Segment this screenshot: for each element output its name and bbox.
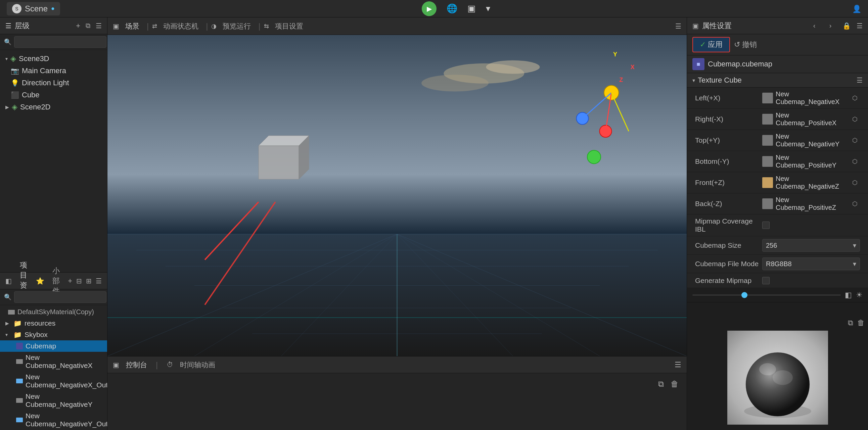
- main-layout: ☰ 层级 + ⧉ ☰ 🔍 ⧉ ▾ ◈ Scene3D 📷 Main Camera: [0, 18, 868, 430]
- texture-cube-section-header[interactable]: ▾ Texture Cube ☰: [687, 73, 868, 88]
- scene-tab-preview[interactable]: 预览运行: [219, 20, 255, 32]
- texture-link-btn-back[interactable]: ⬡: [850, 199, 860, 209]
- scene-tab-anim[interactable]: 动画状态机: [159, 20, 203, 32]
- preview-icon-1[interactable]: ◧: [845, 291, 852, 299]
- preview-slider[interactable]: [692, 294, 841, 296]
- project-search-input[interactable]: [14, 291, 106, 303]
- play-icon: ▶: [427, 5, 432, 13]
- console-delete-btn[interactable]: 🗑: [671, 379, 679, 389]
- hierarchy-add-btn[interactable]: +: [76, 22, 80, 30]
- hierarchy-search-bar: 🔍 ⧉: [0, 34, 107, 50]
- scene-more-btn[interactable]: ☰: [675, 22, 681, 30]
- monitor-button[interactable]: ▣: [467, 3, 476, 14]
- preview-icons-row: ⧉ 🗑: [687, 302, 868, 331]
- undo-button[interactable]: ↺ 撤销: [734, 40, 757, 50]
- texture-link-btn-top[interactable]: ⬡: [850, 135, 860, 145]
- tree-item-main-camera[interactable]: 📷 Main Camera: [0, 65, 107, 77]
- apply-button[interactable]: ✓ 应用: [692, 37, 730, 53]
- prop-row-back: Back(-Z) New Cubemap_PositiveZ ⬡: [687, 193, 868, 214]
- props-more-btn[interactable]: ☰: [857, 22, 863, 30]
- console-body: ⧉ 🗑: [107, 373, 687, 430]
- prop-select-cubemap-mode[interactable]: R8G8B8 ▾: [762, 258, 860, 270]
- console-tab-timeline[interactable]: 时间轴动画: [180, 360, 215, 370]
- scene-tab-settings[interactable]: 项目设置: [271, 20, 307, 32]
- scene-dot: ●: [51, 5, 55, 12]
- proj-item-negx-out[interactable]: New Cubemap_NegativeX_Out: [0, 371, 107, 391]
- prop-row-front: Front(+Z) New Cubemap_NegativeZ ⬡: [687, 172, 868, 193]
- tree-item-scene2d[interactable]: ▶ ◈ Scene2D: [0, 101, 107, 113]
- prop-checkbox-gen-mipmap[interactable]: [762, 277, 770, 284]
- project-grid-btn[interactable]: ⊞: [86, 277, 92, 285]
- proj-item-negy[interactable]: New Cubemap_NegativeY: [0, 391, 107, 410]
- icon-scene2d: ◈: [12, 103, 18, 111]
- cubemap-file-row: ■ Cubemap.cubemap: [687, 55, 868, 73]
- properties-header: ▣ 属性设置 ‹ › 🔒 ☰: [687, 18, 868, 34]
- gizmo-x-label: X: [630, 64, 634, 71]
- right-panel: ▣ 属性设置 ‹ › 🔒 ☰ ✓ 应用 ↺ 撤销 ■ Cubemap.cubem…: [687, 18, 868, 430]
- console-tab-console[interactable]: 控制台: [126, 360, 147, 370]
- prop-value-front: New Cubemap_NegativeZ ⬡: [762, 175, 860, 190]
- section-title-texture-cube: Texture Cube: [698, 76, 742, 85]
- texture-link-btn-front[interactable]: ⬡: [850, 177, 860, 188]
- icon-negy: [16, 398, 23, 403]
- texture-link-btn-bottom[interactable]: ⬡: [850, 157, 860, 166]
- svg-point-25: [587, 151, 601, 164]
- props-lock-btn[interactable]: 🔒: [840, 20, 852, 32]
- gizmo-y-label: Y: [613, 51, 617, 58]
- user-area[interactable]: [852, 4, 861, 13]
- more-button[interactable]: ▾: [486, 3, 490, 14]
- proj-item-skybox[interactable]: ▾ 📁 Skybox: [0, 329, 107, 340]
- section-more-btn[interactable]: ☰: [857, 76, 863, 84]
- icon-main-camera: 📷: [11, 67, 19, 75]
- timeline-icon: ⏱: [166, 361, 173, 369]
- icon-negx-out: [16, 378, 23, 383]
- project-add-btn[interactable]: +: [68, 276, 72, 285]
- console-more-btn[interactable]: ☰: [675, 361, 681, 369]
- hierarchy-copy-btn[interactable]: ⧉: [86, 22, 90, 30]
- label-cubemap: Cubemap: [26, 342, 56, 350]
- proj-item-negy-out[interactable]: New Cubemap_NegativeY_Out: [0, 410, 107, 430]
- console-toolbar: ▣ 控制台 | ⏱ 时间轴动画 ☰: [107, 357, 687, 373]
- globe-button[interactable]: 🌐: [446, 3, 457, 14]
- tree-item-scene3d[interactable]: ▾ ◈ Scene3D: [0, 53, 107, 65]
- hierarchy-more-btn[interactable]: ☰: [96, 22, 102, 30]
- prop-value-back: New Cubemap_PositiveZ ⬡: [762, 196, 860, 211]
- proj-item-cubemap[interactable]: Cubemap: [0, 340, 107, 352]
- project-filter-btn[interactable]: ⊟: [76, 277, 82, 285]
- scene-tab[interactable]: S Scene ●: [7, 2, 60, 15]
- texture-thumb-left: [762, 93, 773, 103]
- cubemap-filename: Cubemap.cubemap: [708, 60, 772, 68]
- svg-point-2: [486, 60, 540, 74]
- texture-link-btn-left[interactable]: ⬡: [850, 93, 860, 103]
- proj-item-resources[interactable]: ▶ 📁 resources: [0, 318, 107, 329]
- apply-bar: ✓ 应用 ↺ 撤销: [687, 34, 868, 55]
- props-nav-next[interactable]: ›: [824, 20, 836, 32]
- folder-icon-resources: 📁: [13, 319, 22, 327]
- preview-delete-icon[interactable]: 🗑: [857, 319, 865, 327]
- props-nav-prev[interactable]: ‹: [808, 20, 820, 32]
- tree-item-cube[interactable]: ⬛ Cube: [0, 89, 107, 101]
- cubemap-mode-value: R8G8B8: [766, 260, 792, 268]
- prop-value-gen-mipmap: [762, 277, 860, 284]
- proj-item-negx[interactable]: New Cubemap_NegativeX: [0, 352, 107, 371]
- prop-select-cubemap-size[interactable]: 256 ▾: [762, 239, 860, 252]
- scene-tab-scene[interactable]: 场景: [121, 20, 144, 32]
- preview-copy-icon[interactable]: ⧉: [848, 319, 853, 327]
- texture-link-btn-right[interactable]: ⬡: [850, 114, 860, 124]
- console-copy-btn[interactable]: ⧉: [658, 379, 664, 389]
- texture-name-front: New Cubemap_NegativeZ: [776, 175, 847, 190]
- prop-value-mipmap-ibl: [762, 222, 860, 229]
- prop-label-gen-mipmap: Generate Mipmap: [695, 276, 762, 285]
- slider-thumb[interactable]: [741, 292, 747, 298]
- play-button[interactable]: ▶: [422, 1, 436, 16]
- search-icon-proj: 🔍: [4, 293, 11, 301]
- tree-item-direction-light[interactable]: 💡 Direction Light: [0, 77, 107, 89]
- preview-icon-2[interactable]: ☀: [856, 291, 863, 299]
- label-negx-out: New Cubemap_NegativeX_Out: [26, 373, 107, 389]
- proj-item-defaultsky[interactable]: DefaultSkyMaterial(Copy): [0, 306, 107, 318]
- project-more-btn[interactable]: ☰: [96, 277, 102, 285]
- scene-tab-icon: ▣: [113, 22, 119, 30]
- hierarchy-search-input[interactable]: [14, 36, 106, 48]
- texture-name-left: New Cubemap_NegativeX: [776, 90, 847, 106]
- prop-checkbox-mipmap-ibl[interactable]: [762, 222, 770, 229]
